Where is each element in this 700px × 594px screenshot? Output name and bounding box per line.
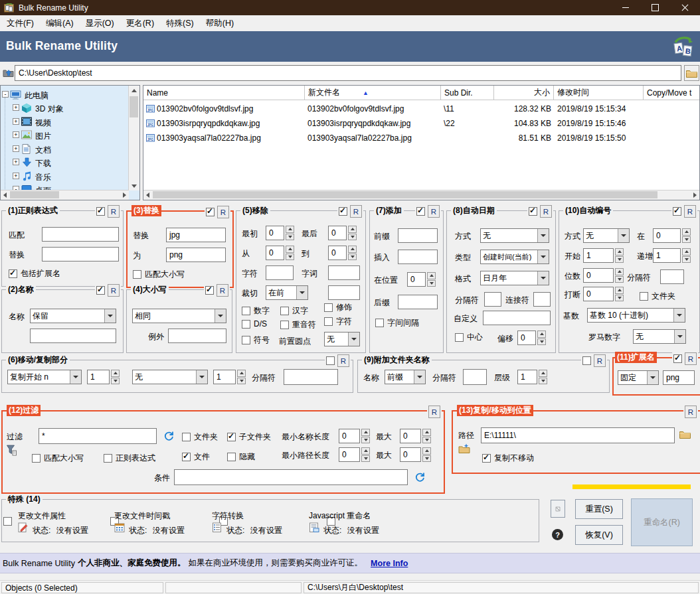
movecopy-mode1-select[interactable]: 复制开始 n <box>7 370 82 384</box>
reset-button[interactable]: 重置(S) <box>575 499 623 519</box>
value[interactable]: 0 <box>339 447 360 462</box>
movecopy-mode2-select[interactable]: 无 <box>132 370 208 384</box>
change-timestamp-label[interactable]: 更改文件时间戳 <box>114 510 170 522</box>
cell-size[interactable]: 81.51 KB <box>495 131 551 145</box>
offset-spinner[interactable]: 0 <box>517 331 546 345</box>
files-checkbox[interactable]: 文件 <box>182 451 210 463</box>
words-input[interactable] <box>328 265 360 280</box>
dropdown-arrow-icon[interactable] <box>537 250 549 263</box>
panel-enable-checkbox[interactable] <box>326 356 335 365</box>
cell-newname[interactable]: 013902bv0folgov9tdlsvf.jpg <box>307 102 439 116</box>
min-name-spinner[interactable]: 0 <box>339 429 370 443</box>
incr-spinner[interactable]: 1 <box>653 248 691 263</box>
dropdown-arrow-icon[interactable] <box>537 229 549 242</box>
spinner-buttons[interactable] <box>615 248 624 263</box>
cell-subdir[interactable] <box>444 131 490 145</box>
filter-regex-checkbox[interactable]: 正则表达式 <box>104 453 155 464</box>
pad-spinner[interactable]: 0 <box>583 268 624 283</box>
checkbox-box[interactable] <box>324 303 333 312</box>
scroll-thumb[interactable] <box>153 191 657 198</box>
value[interactable]: 0 <box>400 447 421 462</box>
panel-reset-button[interactable]: R <box>594 354 606 367</box>
spinner-buttons[interactable] <box>615 287 624 301</box>
panel-reset-button[interactable]: R <box>108 205 120 218</box>
panel-reset-button[interactable]: R <box>350 205 362 218</box>
cell-modified[interactable]: 2019/8/19 15:15:46 <box>557 116 642 131</box>
spinner-buttons[interactable] <box>361 447 370 462</box>
menu-display[interactable]: 显示(O) <box>80 16 120 31</box>
tree-expander[interactable]: + <box>13 145 19 152</box>
name-mode-select[interactable]: 保留 <box>30 309 116 323</box>
append-mode-select[interactable]: 前缀 <box>385 370 426 384</box>
prefix-input[interactable] <box>398 228 438 243</box>
count2-spinner[interactable]: 1 <box>213 370 246 384</box>
extension-mode-select[interactable]: 固定 <box>618 370 659 385</box>
checkbox-box[interactable] <box>280 307 289 315</box>
accents-checkbox[interactable]: 重音符 <box>280 319 316 331</box>
value[interactable]: 0 <box>517 331 536 345</box>
tree-item-this-pc[interactable]: - 此电脑 <box>1 88 127 102</box>
numbering-mode-select[interactable]: 无 <box>583 228 630 243</box>
scroll-left-button[interactable] <box>1 190 9 199</box>
chinese-checkbox[interactable]: 汉字 <box>280 305 308 317</box>
max-path-spinner[interactable]: 0 <box>400 447 431 462</box>
suffix-input[interactable] <box>398 295 438 309</box>
tree-item-videos[interactable]: + 视频 <box>1 115 127 129</box>
checkbox-box[interactable] <box>280 321 289 329</box>
scroll-thumb[interactable] <box>10 191 59 198</box>
dropdown-arrow-icon[interactable] <box>414 370 425 384</box>
tree-item-label[interactable]: 视频 <box>35 117 51 129</box>
tree-expander[interactable]: + <box>13 131 19 138</box>
menu-rename[interactable]: 更名(R) <box>120 16 160 31</box>
tree-expander[interactable]: + <box>13 159 19 165</box>
value[interactable]: 0 <box>583 287 614 301</box>
checkbox-box[interactable] <box>9 269 17 278</box>
cell-newname[interactable]: 013903yaqsal7la02227ba.jpg <box>307 131 439 145</box>
expand-button[interactable] <box>551 500 565 518</box>
count1-spinner[interactable]: 1 <box>87 370 120 384</box>
column-header-name[interactable]: Name <box>143 86 305 100</box>
cell-modified[interactable]: 2019/8/19 15:15:34 <box>557 102 642 116</box>
base-select[interactable]: 基数 10 (十进制) <box>587 308 685 323</box>
browse-folder-icon[interactable] <box>679 430 691 439</box>
cell-name[interactable]: 013902bv0folgov9tdlsvf.jpg <box>157 102 303 116</box>
spinner-buttons[interactable] <box>348 246 357 260</box>
change-attributes-checkbox[interactable] <box>3 517 12 526</box>
dropdown-arrow-icon[interactable] <box>296 286 307 299</box>
checkbox-box[interactable] <box>324 317 333 326</box>
subfolders-checkbox[interactable]: 子文件夹 <box>227 431 271 443</box>
start-spinner[interactable]: 1 <box>583 248 624 263</box>
spinner-buttons[interactable] <box>286 246 294 260</box>
spinner-buttons[interactable] <box>539 370 547 384</box>
tree-item-label[interactable]: 音乐 <box>35 172 51 183</box>
high-checkbox[interactable]: 修饰 <box>324 302 352 313</box>
cell-name[interactable]: 013903isrpqryqpdkdqkaw.jpg <box>157 116 303 131</box>
word-space-checkbox[interactable]: 字间间隔 <box>375 317 419 329</box>
spinner-buttons[interactable] <box>682 228 691 243</box>
spinner-buttons[interactable] <box>361 429 370 443</box>
include-ext-checkbox[interactable]: 包括扩展名 <box>9 268 60 279</box>
column-header-copymove[interactable]: Copy/Move t <box>644 86 699 100</box>
scroll-up-button[interactable] <box>129 86 139 95</box>
checkbox-box[interactable] <box>182 453 191 461</box>
checkbox-box[interactable] <box>104 454 112 463</box>
change-attributes-label[interactable]: 更改文件属性 <box>18 510 66 522</box>
chars-input[interactable] <box>266 265 294 280</box>
panel-enable-checkbox[interactable] <box>205 286 214 295</box>
panel-reset-button[interactable]: R <box>540 205 552 218</box>
value[interactable]: 0 <box>407 272 426 287</box>
date-sep-input[interactable] <box>484 292 501 307</box>
help-button[interactable]: ? <box>552 529 563 540</box>
spinner-buttons[interactable] <box>348 226 357 240</box>
panel-reset-button[interactable]: R <box>108 284 120 297</box>
panel-reset-button[interactable]: R <box>217 206 229 218</box>
panel-enable-checkbox[interactable] <box>673 207 681 216</box>
panel-reset-button[interactable]: R <box>685 406 697 418</box>
browse-folder-button[interactable] <box>684 65 699 81</box>
dropdown-arrow-icon[interactable] <box>647 371 658 384</box>
dropdown-arrow-icon[interactable] <box>673 309 685 322</box>
tree-expander[interactable]: + <box>13 104 19 111</box>
cell-modified[interactable]: 2019/8/19 15:15:50 <box>557 131 642 145</box>
checkbox-box[interactable] <box>242 307 250 315</box>
min-path-spinner[interactable]: 0 <box>339 447 370 462</box>
